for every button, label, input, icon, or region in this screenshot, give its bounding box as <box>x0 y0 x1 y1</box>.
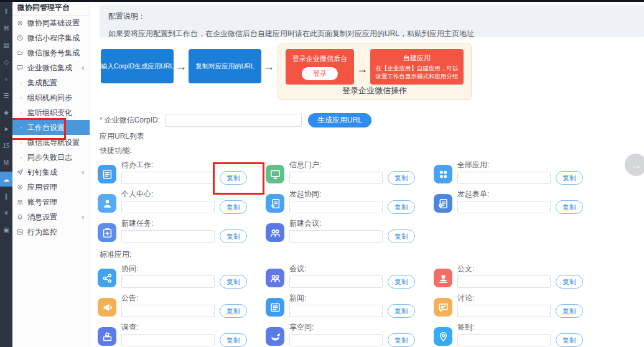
rail-list-icon[interactable]: ☰ <box>0 88 12 103</box>
app-url-input[interactable] <box>121 201 215 213</box>
section-title: 标准应用: <box>100 249 644 260</box>
sidebar-item-2[interactable]: 微信服务号集成 <box>12 45 90 60</box>
corpid-input[interactable] <box>165 114 302 127</box>
sidebar-item-0[interactable]: 微协同基础设置 <box>12 16 90 30</box>
copy-button[interactable]: 复制 <box>556 171 583 185</box>
copy-button[interactable]: 复制 <box>556 304 583 318</box>
app-url-item: 发起协同:复制 <box>266 189 434 213</box>
sidebar-item-12[interactable]: 账号管理 <box>12 195 90 210</box>
sidebar-item-7[interactable]: ·工作台设置 <box>12 120 90 135</box>
app-url-input[interactable] <box>289 305 383 317</box>
monitor-icon <box>266 165 284 183</box>
rail-badge-15-icon[interactable]: 15 <box>0 138 12 153</box>
sidebar-item-5[interactable]: ·组织机构同步 <box>12 90 90 105</box>
copy-button[interactable]: 复制 <box>388 333 415 347</box>
sidebar-item-label: 微信小程序集成 <box>27 33 80 44</box>
app-url-input[interactable] <box>121 305 215 317</box>
copy-button[interactable]: 复制 <box>556 333 583 347</box>
app-url-input[interactable] <box>289 172 383 184</box>
sidebar-item-13[interactable]: 消息设置∨ <box>12 210 90 224</box>
rail-badge-m-icon[interactable]: M <box>0 155 12 170</box>
app-window: ‖⌘▤◇♁☰◈➤15M☁∥✳▣ 微协同管理平台 微协同基础设置微信小程序集成微信… <box>0 0 644 347</box>
app-url-input[interactable] <box>289 334 383 346</box>
copy-button[interactable]: 复制 <box>556 200 583 214</box>
rail-spark-icon[interactable]: ✳ <box>0 205 12 220</box>
rail-slash-icon[interactable]: ∥ <box>0 188 12 203</box>
app-url-input[interactable] <box>121 172 215 184</box>
sidebar-item-11[interactable]: 应用管理 <box>12 180 90 195</box>
setup-flow-diagram: 输入CorpID生成应用URL → 复制对应应用的URL → 登录企业微信后台 … <box>101 44 644 103</box>
app-url-input[interactable] <box>457 275 551 288</box>
people-icon <box>266 269 284 287</box>
app-url-item: 发起表单:复制 <box>434 189 602 213</box>
copy-button[interactable]: 复制 <box>220 229 247 243</box>
clipboard-plus-icon <box>98 223 116 242</box>
copy-button[interactable]: 复制 <box>388 304 415 318</box>
whale-icon <box>266 327 284 346</box>
clock-icon <box>16 34 24 42</box>
rail-collapse-icon[interactable]: ‖ <box>0 4 12 19</box>
bell-icon <box>16 213 24 221</box>
app-grid: 待办工作:复制信息门户:复制全部应用:复制个人中心:复制发起协同:复制发起表单:… <box>98 160 644 242</box>
url-row: 复制 <box>457 304 583 318</box>
app-url-input[interactable] <box>289 275 383 288</box>
app-url-input[interactable] <box>121 230 215 243</box>
doc-plus-icon <box>266 194 284 213</box>
copy-button-wrap: 复制 <box>556 171 583 185</box>
sidebar-item-label: 微协同基础设置 <box>27 18 80 29</box>
generate-url-button[interactable]: 生成应用URL <box>308 113 371 127</box>
sidebar-item-10[interactable]: 钉钉集成∨ <box>12 165 90 180</box>
app-url-input[interactable] <box>121 334 215 346</box>
copy-button[interactable]: 复制 <box>220 200 247 214</box>
wecom-operation-group: 登录企业微信后台 登录 → 自建应用 在【企业应用】自建应用，可以设置工作台显示… <box>278 44 472 100</box>
app-url-list-title: 应用URL列表 <box>100 131 644 142</box>
copy-button[interactable]: 复制 <box>220 304 247 318</box>
ballot-icon <box>98 327 116 346</box>
sidebar-item-9[interactable]: ·同步失败日志 <box>12 150 90 165</box>
copy-button[interactable]: 复制 <box>388 200 415 214</box>
app-url-input[interactable] <box>289 230 383 243</box>
url-row: 复制 <box>289 333 415 347</box>
copy-button-wrap: 复制 <box>556 200 583 214</box>
app-url-input[interactable] <box>289 201 383 213</box>
rail-coin-icon[interactable]: ♁ <box>0 71 12 86</box>
app-url-input[interactable] <box>457 172 551 184</box>
app-url-item: 新建会议:复制 <box>266 218 434 242</box>
todo-list-icon <box>98 165 116 183</box>
rail-send-icon[interactable]: ➤ <box>0 121 12 136</box>
copy-button[interactable]: 复制 <box>556 275 583 289</box>
next-page-arrow-button[interactable]: → <box>625 154 644 176</box>
app-grid-icon <box>434 165 452 183</box>
app-label: 个人中心: <box>121 189 247 199</box>
login-button[interactable]: 登录 <box>302 67 338 80</box>
app-url-input[interactable] <box>457 305 551 317</box>
url-row: 复制 <box>289 304 415 318</box>
app-url-input[interactable] <box>457 201 551 213</box>
copy-button[interactable]: 复制 <box>220 275 247 289</box>
sidebar-item-label: 微信底导航设置 <box>27 137 80 148</box>
sidebar-item-4[interactable]: ·集成配置 <box>12 75 90 90</box>
rail-frame-icon[interactable]: ▣ <box>0 222 12 237</box>
sidebar-item-8[interactable]: ·微信底导航设置 <box>12 135 90 150</box>
rail-panel-icon[interactable]: ▤ <box>0 37 12 52</box>
app-label: 信息门户: <box>289 160 415 170</box>
rail-tag-icon[interactable]: ◇ <box>0 54 12 69</box>
copy-button[interactable]: 复制 <box>220 171 247 185</box>
pin-icon <box>434 327 452 346</box>
copy-button[interactable]: 复制 <box>388 171 415 185</box>
copy-button[interactable]: 复制 <box>220 333 247 347</box>
rail-gem-icon[interactable]: ◈ <box>0 104 12 119</box>
sidebar-item-6[interactable]: ·监听组织变化 <box>12 105 90 120</box>
copy-button[interactable]: 复制 <box>388 275 415 289</box>
sidebar-item-14[interactable]: 行为监控 <box>12 224 90 239</box>
rail-cloud-icon[interactable]: ☁ <box>0 172 12 187</box>
copy-button-wrap: 复制 <box>220 200 247 214</box>
copy-button[interactable]: 复制 <box>388 229 415 243</box>
app-url-item: 新闻:复制 <box>266 293 434 317</box>
sidebar-item-3[interactable]: 企业微信集成∧ <box>12 60 90 75</box>
main-content: 配置说明： 如果要将应用配置到工作台，在企业微信后台自建应用时请在此页面复制对应… <box>90 0 644 347</box>
app-url-input[interactable] <box>121 275 215 288</box>
sidebar-item-1[interactable]: 微信小程序集成 <box>12 30 90 45</box>
rail-org-icon[interactable]: ⌘ <box>0 21 12 35</box>
app-url-input[interactable] <box>457 334 551 346</box>
